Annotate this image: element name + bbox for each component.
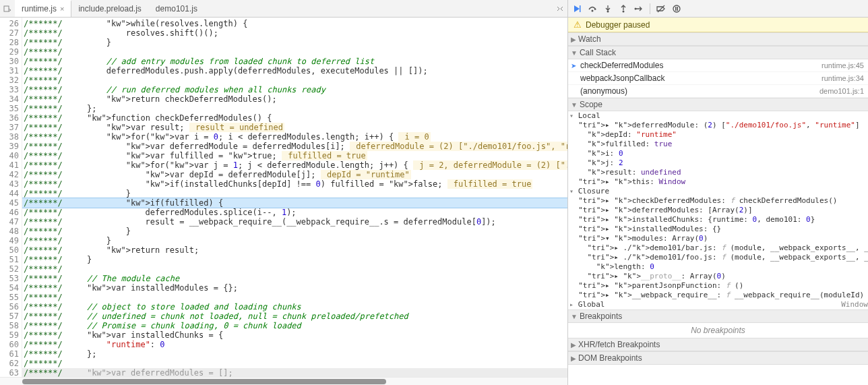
scope-group[interactable]: ▾ Local — [568, 111, 868, 121]
code-line[interactable]: /******/ "kw">var installedChunks = { — [22, 330, 567, 340]
scope-variable[interactable]: "tri">▸ "k">checkDeferredModules: f chec… — [568, 196, 868, 206]
code-area[interactable]: 2627282930313233343536373839404142434445… — [0, 18, 567, 377]
svg-rect-8 — [675, 7, 677, 11]
code-line[interactable]: /******/ }; — [22, 349, 567, 359]
code-line[interactable]: /******/ "kw">for("kw">var j = 1; j < de… — [22, 160, 567, 170]
code-line[interactable]: /******/ — [22, 47, 567, 57]
dom-breakpoints-header[interactable]: ▶ DOM Breakpoints — [568, 351, 868, 365]
code-line[interactable]: /******/ } — [22, 189, 567, 198]
scope-variable[interactable]: "tri">▸ "k">installedModules: {} — [568, 225, 868, 234]
more-tabs-icon[interactable] — [553, 0, 567, 17]
tab-runtime[interactable]: runtime.js × — [15, 0, 71, 17]
tab-label: include.preload.js — [78, 4, 141, 13]
code-line[interactable]: /******/ resolves.shift()(); — [22, 28, 567, 38]
tab-demo101[interactable]: demo101.js — [149, 0, 205, 17]
code-line[interactable]: /******/ } — [22, 236, 567, 245]
code-line[interactable]: /******/ deferredModules.push.apply(defe… — [22, 66, 567, 76]
tab-label: runtime.js — [22, 4, 57, 13]
code-line[interactable]: /******/ "kw">if(installedChunks[depId] … — [22, 179, 567, 189]
scope-group[interactable]: ▸ GlobalWindow — [568, 300, 868, 309]
scope-variable[interactable]: "tri">▾ "k">modules: Array(0) — [568, 234, 868, 243]
pause-on-exception-icon[interactable] — [0, 0, 15, 17]
call-stack-header[interactable]: ▼ Call Stack — [568, 46, 868, 59]
svg-rect-1 — [580, 5, 581, 12]
tab-include-preload[interactable]: include.preload.js — [71, 0, 148, 17]
scope-variable[interactable]: "k">depId: "runtime" — [568, 130, 868, 140]
xhr-breakpoints-header[interactable]: ▶ XHR/fetch Breakpoints — [568, 338, 868, 351]
code-line[interactable]: /******/ } — [22, 227, 567, 236]
code-line[interactable]: /******/ } — [22, 255, 567, 264]
scope-variable[interactable]: "k">length: 0 — [568, 262, 868, 272]
code-line[interactable]: /******/ // undefined = chunk not loaded… — [22, 312, 567, 321]
code-line[interactable]: /******/ // run deferred modules when al… — [22, 85, 567, 94]
resume-icon[interactable] — [572, 4, 582, 13]
code-line[interactable]: /******/ "kw">var deferredModule = defer… — [22, 142, 567, 151]
svg-point-2 — [592, 9, 594, 11]
code-line[interactable]: /******/ "kw">if(fulfilled) { — [22, 198, 567, 208]
chevron-down-icon: ▼ — [571, 313, 578, 320]
scope-variable[interactable]: "tri">▸ "k">deferredModule: (2) ["./demo… — [568, 121, 868, 130]
watch-header[interactable]: ▶ Watch — [568, 32, 868, 46]
scope-variable[interactable]: "k">fulfilled: true — [568, 140, 868, 149]
close-icon[interactable]: × — [60, 5, 64, 13]
stack-frame[interactable]: webpackJsonpCallbackruntime.js:34 — [568, 72, 868, 85]
no-breakpoints-text: No breakpoints — [568, 323, 868, 338]
scope-variable[interactable]: "tri">▸ "k">this: Window — [568, 177, 868, 187]
code-line[interactable]: /******/ // The module cache — [22, 274, 567, 283]
scope-variable[interactable]: "tri">▸ ./"k">demo101/bar.js: f (module,… — [568, 243, 868, 253]
status-text: Debugger paused — [586, 20, 650, 30]
step-icon[interactable] — [634, 4, 644, 13]
scope-tree[interactable]: ▾ Local "tri">▸ "k">deferredModule: (2) … — [568, 111, 868, 309]
debugger-panel: ⚠ Debugger paused ▶ Watch ▼ Call Stack ➤… — [568, 0, 868, 385]
scope-variable[interactable]: "tri">▸ "k">parentJsonpFunction: f () — [568, 281, 868, 291]
chevron-right-icon: ▶ — [571, 341, 576, 349]
scope-variable[interactable]: "k">j: 2 — [568, 158, 868, 168]
scope-header[interactable]: ▼ Scope — [568, 98, 868, 111]
code-line[interactable]: /******/ }; — [22, 104, 567, 113]
stack-frame[interactable]: ➤checkDeferredModulesruntime.js:45 — [568, 59, 868, 72]
code-line[interactable]: /******/ "kw">var installedModules = {}; — [22, 283, 567, 293]
code-line[interactable]: /******/ — [22, 293, 567, 302]
step-into-icon[interactable] — [603, 4, 613, 13]
code-line[interactable]: /******/ "kw">var depId = deferredModule… — [22, 170, 567, 179]
scope-group[interactable]: ▾ Closure — [568, 187, 868, 196]
code-line[interactable]: /******/ deferredModules.splice(i--, 1); — [22, 208, 567, 217]
code-line[interactable]: /******/ // add entry modules from loade… — [22, 57, 567, 66]
code-line[interactable]: /******/ "kw">function checkDeferredModu… — [22, 113, 567, 123]
breakpoints-header[interactable]: ▼ Breakpoints — [568, 309, 868, 323]
scope-variable[interactable]: "tri">▸ ./"k">demo101/foo.js: f (module,… — [568, 253, 868, 262]
svg-point-3 — [607, 10, 609, 12]
code-line[interactable]: /******/ result = __webpack_require__(__… — [22, 217, 567, 227]
code-line[interactable]: /******/ — [22, 264, 567, 274]
code-line[interactable]: /******/ "kw">var deferredModules = []; — [22, 368, 567, 377]
debugger-toolbar — [568, 0, 868, 18]
step-over-icon[interactable] — [588, 4, 597, 13]
code-line[interactable]: /******/ "runtime": 0 — [22, 340, 567, 349]
code-line[interactable]: /******/ // Promise = chunk loading, 0 =… — [22, 321, 567, 330]
pause-on-exceptions-icon[interactable] — [672, 4, 681, 13]
scope-variable[interactable]: "k">result: undefined — [568, 168, 868, 177]
code-line[interactable]: /******/ — [22, 359, 567, 368]
step-out-icon[interactable] — [619, 4, 628, 13]
svg-rect-0 — [4, 6, 9, 11]
scope-variable[interactable]: "tri">▸ "k">__proto__: Array(0) — [568, 272, 868, 281]
code-line[interactable]: /******/ "kw">var result; result = undef… — [22, 123, 567, 132]
horizontal-scrollbar[interactable] — [0, 377, 567, 385]
scope-variable[interactable]: "tri">▸ "k">installedChunks: {runtime: 0… — [568, 215, 868, 225]
code-line[interactable]: /******/ "kw">while(resolves.length) { — [22, 19, 567, 28]
code-line[interactable]: /******/ } — [22, 38, 567, 47]
code-line[interactable]: /******/ "kw">return result; — [22, 245, 567, 255]
stack-frame[interactable]: (anonymous)demo101.js:1 — [568, 85, 868, 98]
scope-variable[interactable]: "tri">▸ "k">__webpack_require__: f __web… — [568, 291, 868, 300]
code-line[interactable]: /******/ "kw">return checkDeferredModule… — [22, 94, 567, 104]
scrollbar-thumb[interactable] — [22, 379, 386, 384]
deactivate-breakpoints-icon[interactable] — [656, 4, 666, 13]
code-line[interactable]: /******/ "kw">for("kw">var i = 0; i < de… — [22, 132, 567, 142]
code-line[interactable]: /******/ — [22, 76, 567, 85]
source-code[interactable]: /******/ "kw">while(resolves.length) {/*… — [22, 18, 567, 377]
scope-variable[interactable]: "tri">▸ "k">deferredModules: [Array(2)] — [568, 206, 868, 215]
section-label: Call Stack — [580, 48, 616, 57]
scope-variable[interactable]: "k">i: 0 — [568, 149, 868, 158]
code-line[interactable]: /******/ "kw">var fulfilled = "kw">true;… — [22, 151, 567, 160]
code-line[interactable]: /******/ // object to store loaded and l… — [22, 302, 567, 312]
